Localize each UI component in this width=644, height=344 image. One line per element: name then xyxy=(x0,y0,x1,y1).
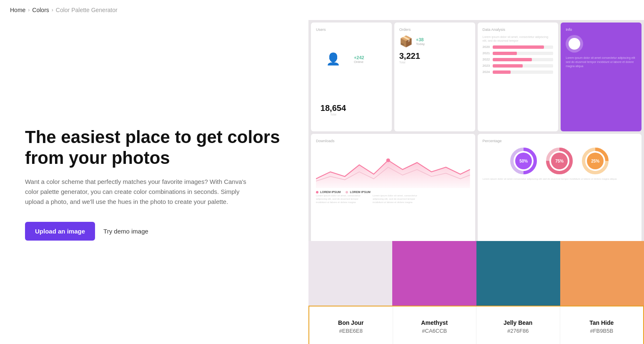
left-panel: The easiest place to get colors from you… xyxy=(0,20,308,344)
swatch-jellybean xyxy=(476,241,560,306)
data-card: Data Analysis Lorem ipsum dolor sit amet… xyxy=(478,23,559,131)
breadcrumb: Home › Colors › Color Palette Generator xyxy=(0,0,644,20)
swatch-bonjour xyxy=(308,241,392,306)
downloads-card: Downloads xyxy=(311,134,475,243)
donut-row: 50% 75% xyxy=(483,146,637,176)
upload-button[interactable]: Upload an image xyxy=(25,222,95,241)
total-users: 18,654 xyxy=(321,103,346,113)
users-online-label: Online xyxy=(354,60,363,64)
downloads-card-title: Downloads xyxy=(316,139,470,143)
color-name-amethyst: Amethyst xyxy=(421,319,448,326)
svg-point-0 xyxy=(386,158,390,162)
main-layout: The easiest place to get colors from you… xyxy=(0,20,644,344)
hero-title: The easiest place to get colors from you… xyxy=(25,127,283,169)
users-card-title: Users xyxy=(316,28,387,32)
orders-card: Orders 📦 +38 Today 3,221 Total xyxy=(394,23,475,131)
dashboard-preview: Users 👤 +242 Online 18,654 Total xyxy=(308,20,644,245)
demo-button[interactable]: Try demo image xyxy=(103,228,148,235)
color-cell-bonjour: Bon Jour #EBE6E8 xyxy=(309,306,393,344)
donut-75: 75% xyxy=(545,146,574,176)
donut-25-label: 25% xyxy=(591,159,599,163)
line-chart-svg xyxy=(316,146,470,188)
donut-25: 25% xyxy=(581,146,610,176)
color-hex-amethyst: #CA6CCB xyxy=(422,328,447,334)
color-name-bonjour: Bon Jour xyxy=(338,319,363,326)
donut-50: 50% xyxy=(509,146,538,176)
users-count: +242 xyxy=(354,55,364,60)
info-text: Lorem ipsum dolor sit amet consectetur a… xyxy=(566,56,636,68)
info-circle xyxy=(566,35,583,53)
legend1-label: LOREM IPSUM xyxy=(320,191,341,193)
color-hex-jellybean: #276F86 xyxy=(507,328,529,334)
data-card-title: Data Analysis xyxy=(483,28,554,32)
color-hex-bonjour: #EBE6E8 xyxy=(339,328,363,334)
legend1-text: Lorem ipsum dolor sit amet, consectetur … xyxy=(316,194,366,204)
swatch-tanhide xyxy=(560,241,644,306)
color-hex-tanhide: #FB9B5B xyxy=(590,328,613,334)
breadcrumb-current: Color Palette Generator xyxy=(56,7,118,13)
palette-strip xyxy=(308,241,644,306)
color-cell-jellybean: Jelly Bean #276F86 xyxy=(476,306,560,344)
data-desc: Lorem ipsum dolor sit amet, consectetur … xyxy=(483,35,554,43)
color-cell-amethyst: Amethyst #CA6CCB xyxy=(393,306,477,344)
bar-chart: 2020 2021 2022 2023 2024 xyxy=(483,45,554,74)
color-name-tanhide: Tan Hide xyxy=(589,319,614,326)
percentage-card: Percentage 50% xyxy=(478,134,642,243)
legend2-label: LOREM IPSUM xyxy=(350,191,370,193)
right-panel: Users 👤 +242 Online 18,654 Total xyxy=(308,20,644,344)
orders-today-label: Today xyxy=(416,42,425,46)
donut-75-label: 75% xyxy=(555,159,564,163)
legend2-text: Lorem ipsum dolor sit amet, consectetur … xyxy=(373,194,423,204)
color-name-jellybean: Jelly Bean xyxy=(504,319,532,326)
info-card: Info Lorem ipsum dolor sit amet consecte… xyxy=(561,23,641,131)
users-card: Users 👤 +242 Online 18,654 Total xyxy=(311,23,392,131)
breadcrumb-colors[interactable]: Colors xyxy=(32,7,49,13)
color-cell-tanhide: Tan Hide #FB9B5B xyxy=(560,306,644,344)
chart-legend: LOREM IPSUM LOREM IPSUM xyxy=(316,191,470,193)
breadcrumb-sep1: › xyxy=(28,7,30,13)
breadcrumb-sep2: › xyxy=(52,7,53,13)
orders-sublabel: Total xyxy=(399,61,470,64)
color-names-row: Bon Jour #EBE6E8 Amethyst #CA6CCB Jelly … xyxy=(308,306,644,344)
orders-count: +38 xyxy=(416,37,425,42)
donut-50-label: 50% xyxy=(519,159,528,163)
users-sublabel: Total xyxy=(330,113,336,116)
user-icon: 👤 xyxy=(326,53,341,65)
percentage-text: Lorem ipsum dolor sit amet consectetur a… xyxy=(483,177,637,181)
total-orders: 3,221 xyxy=(399,51,470,61)
book-icon: 📦 xyxy=(399,35,413,48)
info-label: Info xyxy=(566,28,636,32)
swatch-amethyst xyxy=(392,241,476,306)
orders-card-title: Orders xyxy=(399,28,470,32)
button-row: Upload an image Try demo image xyxy=(25,222,283,241)
breadcrumb-home[interactable]: Home xyxy=(10,7,25,13)
hero-description: Want a color scheme that perfectly match… xyxy=(25,177,258,207)
percentage-card-title: Percentage xyxy=(483,139,637,143)
